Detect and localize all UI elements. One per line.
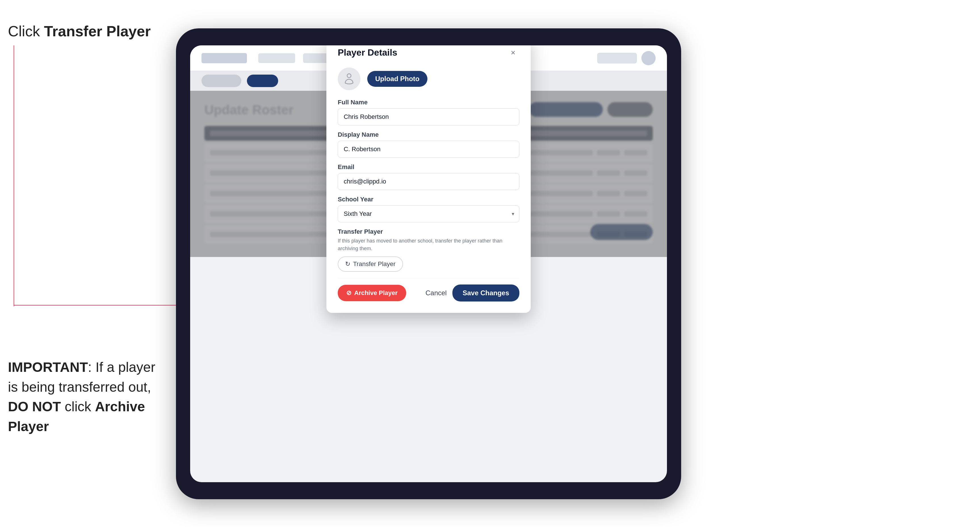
email-input[interactable]: [338, 173, 519, 190]
save-changes-button[interactable]: Save Changes: [452, 284, 519, 302]
transfer-player-label: Transfer Player: [353, 260, 396, 268]
player-details-modal: Player Details × Upload Photo: [326, 45, 531, 313]
full-name-label: Full Name: [338, 99, 519, 106]
person-icon: [343, 73, 355, 85]
nav-avatar: [641, 51, 655, 65]
main-content: Update Roster: [190, 91, 667, 257]
sub-nav-roster[interactable]: [202, 75, 241, 87]
sub-nav-active[interactable]: [247, 75, 278, 87]
display-name-input[interactable]: [338, 141, 519, 158]
nav-item-dashboard[interactable]: [258, 53, 295, 63]
app-logo: [202, 53, 247, 63]
click-highlight: Transfer Player: [44, 23, 151, 40]
avatar-section: Upload Photo: [338, 68, 519, 90]
school-year-group: School Year Sixth Year First Year Second…: [338, 196, 519, 222]
transfer-section-label: Transfer Player: [338, 228, 519, 235]
archive-icon: ⊘: [346, 289, 352, 297]
school-year-label: School Year: [338, 196, 519, 203]
transfer-description: If this player has moved to another scho…: [338, 237, 519, 252]
nav-right: [597, 51, 655, 65]
important-annotation: IMPORTANT: If a player is being transfer…: [8, 357, 161, 436]
cancel-button[interactable]: Cancel: [425, 289, 447, 297]
modal-overlay: Player Details × Upload Photo: [190, 91, 667, 257]
modal-header: Player Details ×: [338, 46, 519, 59]
school-year-select[interactable]: Sixth Year First Year Second Year Third …: [338, 205, 519, 222]
upload-photo-button[interactable]: Upload Photo: [367, 71, 428, 87]
click-text: Click: [8, 23, 44, 40]
arrow-vertical: [14, 45, 14, 306]
school-year-select-wrapper: Sixth Year First Year Second Year Third …: [338, 205, 519, 222]
do-not-label: DO NOT: [8, 399, 61, 414]
player-avatar: [338, 68, 360, 90]
email-label: Email: [338, 163, 519, 171]
important-label: IMPORTANT: [8, 360, 88, 375]
modal-title: Player Details: [338, 48, 397, 58]
nav-settings-btn[interactable]: [597, 53, 637, 63]
transfer-player-section: Transfer Player If this player has moved…: [338, 228, 519, 272]
modal-close-button[interactable]: ×: [507, 46, 519, 59]
archive-player-button[interactable]: ⊘ Archive Player: [338, 285, 406, 301]
email-group: Email: [338, 163, 519, 190]
footer-right-actions: Cancel Save Changes: [425, 284, 519, 302]
display-name-label: Display Name: [338, 131, 519, 138]
transfer-player-button[interactable]: ↻ Transfer Player: [338, 256, 403, 272]
transfer-icon: ↻: [345, 260, 350, 268]
modal-footer: ⊘ Archive Player Cancel Save Changes: [338, 279, 519, 302]
full-name-group: Full Name: [338, 99, 519, 125]
tablet-screen: Update Roster: [190, 45, 667, 482]
important-text2: click: [61, 399, 95, 414]
archive-btn-label: Archive Player: [354, 289, 398, 297]
full-name-input[interactable]: [338, 108, 519, 125]
display-name-group: Display Name: [338, 131, 519, 158]
tablet-frame: Update Roster: [176, 29, 681, 499]
click-instruction: Click Transfer Player: [8, 23, 151, 40]
